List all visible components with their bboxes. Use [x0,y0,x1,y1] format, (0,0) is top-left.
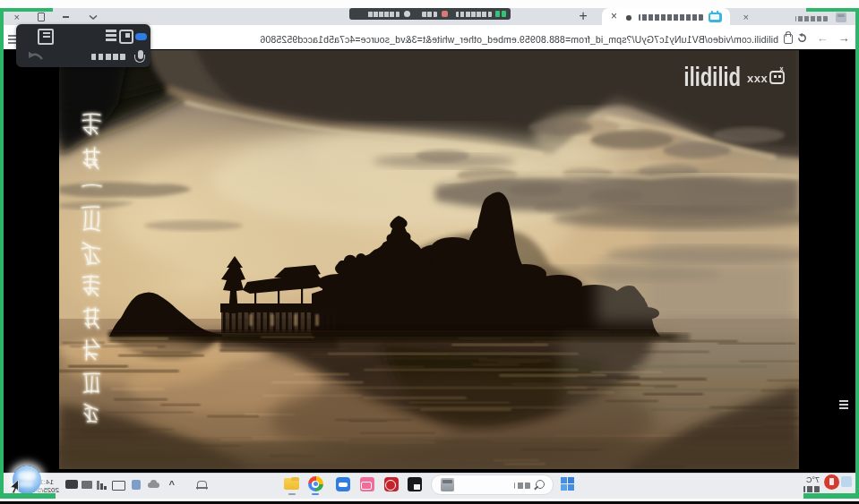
svg-text:xxx: xxx [747,72,768,85]
svg-text:bilibili: bilibili [683,63,741,90]
